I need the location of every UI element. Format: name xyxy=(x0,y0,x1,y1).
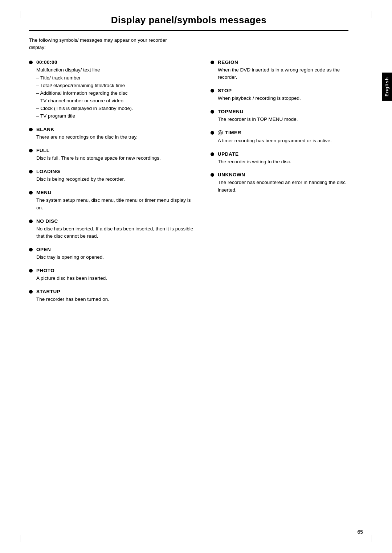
item-unknown-header: UNKNOWN xyxy=(211,172,348,177)
item-unknown-title: UNKNOWN xyxy=(218,172,245,177)
item-nodisc: NO DISC No disc has been inserted. If a … xyxy=(29,218,196,241)
bullet-timer xyxy=(211,131,214,135)
sub-item-tv-channel: TV channel number or source of video xyxy=(36,97,196,105)
item-full-body: Disc is full. There is no storage space … xyxy=(36,155,196,162)
bullet-nodisc xyxy=(29,220,33,223)
right-column: REGION When the DVD inserted is in a wro… xyxy=(207,60,348,310)
item-menu-title: MENU xyxy=(36,190,52,195)
item-menu-body: The system setup menu, disc menu, title … xyxy=(36,197,196,212)
language-tab: English xyxy=(382,73,392,101)
corner-mark-bl xyxy=(20,535,27,542)
corner-mark-tr xyxy=(365,11,372,18)
item-timer-title: ⊙ TIMER xyxy=(218,130,241,135)
item-nodisc-header: NO DISC xyxy=(29,218,196,224)
item-unknown-body: The recorder has encountered an error in… xyxy=(218,179,348,194)
item-loading: LOADING Disc is being recognized by the … xyxy=(29,169,196,183)
time-sublist: Title/ track number Total/ elasped/remai… xyxy=(36,74,196,120)
item-nodisc-title: NO DISC xyxy=(36,218,58,224)
item-time: 00:00:00 Multifunction display/ text lin… xyxy=(29,60,196,120)
item-update-title: UPDATE xyxy=(218,151,239,157)
item-stop-body: When playback / recording is stopped. xyxy=(218,95,348,102)
item-topmenu-body: The recorder is in TOP MENU mode. xyxy=(218,116,348,123)
item-photo-title: PHOTO xyxy=(36,268,54,273)
item-photo-header: PHOTO xyxy=(29,268,196,273)
bullet-blank xyxy=(29,128,33,131)
item-region: REGION When the DVD inserted is in a wro… xyxy=(211,60,348,82)
item-nodisc-body: No disc has been inserted. If a disc has… xyxy=(36,225,196,241)
item-time-body: Multifunction display/ text line Title/ … xyxy=(36,66,196,120)
two-column-layout: 00:00:00 Multifunction display/ text lin… xyxy=(29,60,348,310)
item-startup-body: The recorder has been turned on. xyxy=(36,296,196,303)
item-loading-title: LOADING xyxy=(36,169,60,174)
main-content: Display panel/symbols messages The follo… xyxy=(29,15,363,310)
item-photo-body: A picture disc has been inserted. xyxy=(36,275,196,282)
item-startup-header: STARTUP xyxy=(29,289,196,294)
item-open-title: OPEN xyxy=(36,247,51,252)
item-time-title: 00:00:00 xyxy=(36,60,57,65)
item-open: OPEN Disc tray is opening or opened. xyxy=(29,247,196,261)
bullet-menu xyxy=(29,191,33,194)
left-column: 00:00:00 Multifunction display/ text lin… xyxy=(29,60,207,310)
item-stop-title: STOP xyxy=(218,88,232,93)
item-stop: STOP When playback / recording is stoppe… xyxy=(211,88,348,102)
item-open-header: OPEN xyxy=(29,247,196,252)
item-update-body: The recorder is writing to the disc. xyxy=(218,158,348,166)
item-region-title: REGION xyxy=(218,60,238,65)
item-menu-header: MENU xyxy=(29,190,196,195)
bullet-open xyxy=(29,248,33,251)
item-update-header: UPDATE xyxy=(211,151,348,157)
item-loading-body: Disc is being recognized by the recorder… xyxy=(36,176,196,183)
sub-item-title-track: Title/ track number xyxy=(36,74,196,82)
item-blank-title: BLANK xyxy=(36,127,54,132)
bullet-loading xyxy=(29,170,33,173)
corner-mark-tl xyxy=(20,11,27,18)
sub-item-tv-program: TV program title xyxy=(36,112,196,120)
bullet-stop xyxy=(211,89,214,93)
bullet-time xyxy=(29,61,33,64)
item-photo: PHOTO A picture disc has been inserted. xyxy=(29,268,196,282)
item-full: FULL Disc is full. There is no storage s… xyxy=(29,148,196,162)
item-blank-header: BLANK xyxy=(29,127,196,132)
intro-text: The following symbols/ messages may appe… xyxy=(29,37,167,52)
page-container: English Display panel/symbols messages T… xyxy=(0,0,392,553)
item-blank-body: There are no recordings on the disc in t… xyxy=(36,134,196,141)
item-timer: ⊙ TIMER A timer recording has been progr… xyxy=(211,130,348,144)
item-topmenu: TOPMENU The recorder is in TOP MENU mode… xyxy=(211,109,348,123)
bullet-startup xyxy=(29,290,33,294)
item-stop-header: STOP xyxy=(211,88,348,93)
item-region-body: When the DVD inserted is in a wrong regi… xyxy=(218,66,348,82)
item-full-header: FULL xyxy=(29,148,196,153)
item-topmenu-title: TOPMENU xyxy=(218,109,244,114)
corner-mark-br xyxy=(365,535,372,542)
item-loading-header: LOADING xyxy=(29,169,196,174)
item-region-header: REGION xyxy=(211,60,348,65)
bullet-topmenu xyxy=(211,110,214,114)
item-startup: STARTUP The recorder has been turned on. xyxy=(29,289,196,303)
bullet-photo xyxy=(29,269,33,273)
timer-circle-icon: ⊙ xyxy=(218,130,223,135)
bullet-update xyxy=(211,152,214,156)
item-time-header: 00:00:00 xyxy=(29,60,196,65)
item-blank: BLANK There are no recordings on the dis… xyxy=(29,127,196,141)
bullet-unknown xyxy=(211,173,214,177)
item-open-body: Disc tray is opening or opened. xyxy=(36,254,196,261)
sub-item-additional-info: Additional information regarding the dis… xyxy=(36,90,196,97)
item-menu: MENU The system setup menu, disc menu, t… xyxy=(29,190,196,212)
item-startup-title: STARTUP xyxy=(36,289,60,294)
item-full-title: FULL xyxy=(36,148,50,153)
sub-item-total-elapsed: Total/ elasped/remaining title/track tim… xyxy=(36,82,196,90)
item-unknown: UNKNOWN The recorder has encountered an … xyxy=(211,172,348,194)
page-number: 65 xyxy=(357,529,363,535)
page-title: Display panel/symbols messages xyxy=(29,15,348,31)
item-timer-header: ⊙ TIMER xyxy=(211,130,348,135)
item-topmenu-header: TOPMENU xyxy=(211,109,348,114)
item-update: UPDATE The recorder is writing to the di… xyxy=(211,151,348,166)
bullet-full xyxy=(29,149,33,152)
item-timer-body: A timer recording has been programmed or… xyxy=(218,137,348,145)
bullet-region xyxy=(211,61,214,64)
sub-item-clock: Clock (This is displayed in Standby mode… xyxy=(36,105,196,112)
